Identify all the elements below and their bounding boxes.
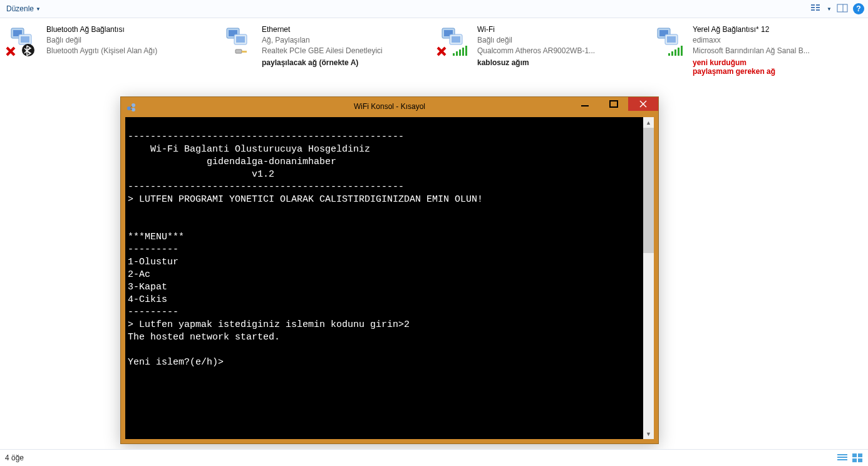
svg-line-44 (130, 106, 132, 108)
adapter-title: Yerel Ağ Bağlantısı* 12 (693, 24, 810, 35)
adapter-item[interactable]: EthernetAğ, PaylaşılanRealtek PCIe GBE A… (218, 24, 431, 57)
large-icons-view-icon[interactable] (852, 452, 863, 463)
svg-rect-28 (456, 51, 458, 56)
minimize-button[interactable] (571, 97, 599, 111)
signal-icon (668, 44, 683, 57)
adapter-annotation: kablosuz ağım (477, 58, 646, 67)
adapter-title: Ethernet (262, 24, 383, 35)
network-adapter-icon (218, 24, 257, 57)
chevron-down-icon[interactable]: ▼ (827, 6, 832, 12)
console-title: WiFi Konsol - Kısayol (354, 102, 425, 111)
svg-rect-3 (816, 4, 820, 6)
svg-rect-1 (811, 7, 815, 8)
adapter-item[interactable]: Bluetooth Ağ BağlantısıBağlı değilBlueto… (3, 24, 215, 57)
adapters-area: Bluetooth Ağ BağlantısıBağlı değilBlueto… (0, 18, 868, 76)
console-scrollbar[interactable]: ▲ ▼ (643, 117, 654, 439)
svg-rect-20 (242, 51, 247, 53)
svg-point-41 (127, 106, 131, 110)
organize-label: Düzenle (6, 4, 34, 13)
svg-rect-39 (678, 48, 679, 56)
svg-rect-54 (858, 458, 862, 462)
console-window: WiFi Konsol - Kısayol ------------------… (120, 96, 659, 444)
svg-rect-35 (667, 36, 676, 43)
maximize-button[interactable] (599, 97, 628, 111)
svg-rect-11 (21, 36, 29, 43)
network-adapter-icon (433, 24, 472, 57)
toolbar: Düzenle ▼ ▼ ? (0, 0, 868, 18)
help-icon[interactable]: ? (853, 3, 864, 14)
statusbar: 4 öğe (0, 449, 868, 466)
svg-rect-51 (852, 453, 857, 457)
signal-icon (452, 44, 467, 57)
svg-rect-30 (462, 48, 464, 56)
svg-rect-53 (852, 458, 857, 462)
svg-rect-27 (453, 53, 455, 56)
svg-rect-19 (235, 49, 242, 53)
adapter-item[interactable]: Yerel Ağ Bağlantısı* 12edimaxxMicrosoft … (649, 24, 862, 57)
console-body[interactable]: ----------------------------------------… (125, 117, 654, 439)
svg-rect-37 (671, 51, 673, 56)
scrollbar-thumb[interactable] (643, 128, 654, 253)
scroll-up-icon[interactable]: ▲ (643, 117, 654, 128)
adapter-annotation: paylaşılacak ağ (örnekte A) (262, 58, 431, 67)
view-options-button[interactable] (810, 3, 822, 14)
adapter-device: Bluetooth Aygıtı (Kişisel Alan Ağı) (46, 46, 157, 56)
adapter-title: Wi-Fi (477, 24, 595, 35)
cable-icon (234, 44, 248, 56)
svg-rect-31 (465, 46, 467, 56)
svg-rect-29 (459, 49, 461, 56)
svg-rect-18 (236, 36, 245, 43)
adapter-status: edimaxx (693, 35, 810, 46)
svg-point-42 (132, 103, 135, 107)
details-view-icon[interactable] (837, 452, 848, 463)
bluetooth-icon (21, 43, 35, 57)
app-icon (126, 101, 137, 112)
adapter-annotation: yeni kurduğum paylaşmam gereken ağ (693, 58, 862, 76)
adapter-device: Microsoft Barındırılan Ağ Sanal B... (693, 46, 810, 56)
adapter-status: Ağ, Paylaşılan (262, 35, 383, 46)
adapter-status: Bağlı değil (477, 35, 595, 46)
adapter-device: Realtek PCIe GBE Ailesi Denetleyici (262, 46, 383, 56)
console-text: ----------------------------------------… (125, 117, 654, 370)
preview-pane-button[interactable] (837, 3, 848, 14)
disconnected-icon (5, 46, 16, 57)
svg-rect-0 (811, 4, 815, 6)
svg-rect-6 (837, 4, 847, 12)
console-titlebar[interactable]: WiFi Konsol - Kısayol (121, 97, 658, 116)
network-adapter-icon (649, 24, 688, 57)
svg-rect-40 (681, 46, 683, 56)
svg-rect-50 (837, 459, 847, 460)
chevron-down-icon: ▼ (36, 6, 41, 12)
svg-rect-24 (452, 36, 460, 43)
disconnected-icon (436, 46, 447, 57)
svg-rect-38 (674, 49, 676, 56)
adapter-status: Bağlı değil (46, 35, 157, 46)
adapter-title: Bluetooth Ağ Bağlantısı (46, 24, 157, 35)
network-adapter-icon (3, 24, 41, 57)
svg-rect-49 (837, 457, 847, 458)
status-text: 4 öğe (5, 453, 24, 462)
svg-rect-36 (668, 53, 670, 56)
organize-menu[interactable]: Düzenle ▼ (4, 3, 43, 14)
svg-rect-4 (816, 7, 820, 8)
svg-rect-2 (811, 9, 815, 11)
svg-rect-52 (858, 453, 862, 457)
adapter-item[interactable]: Wi-FiBağlı değilQualcomm Atheros AR9002W… (433, 24, 646, 57)
svg-rect-48 (837, 454, 847, 455)
svg-rect-5 (816, 9, 820, 11)
close-button[interactable] (628, 97, 658, 111)
adapter-device: Qualcomm Atheros AR9002WB-1... (477, 46, 595, 56)
scroll-down-icon[interactable]: ▼ (643, 428, 654, 439)
